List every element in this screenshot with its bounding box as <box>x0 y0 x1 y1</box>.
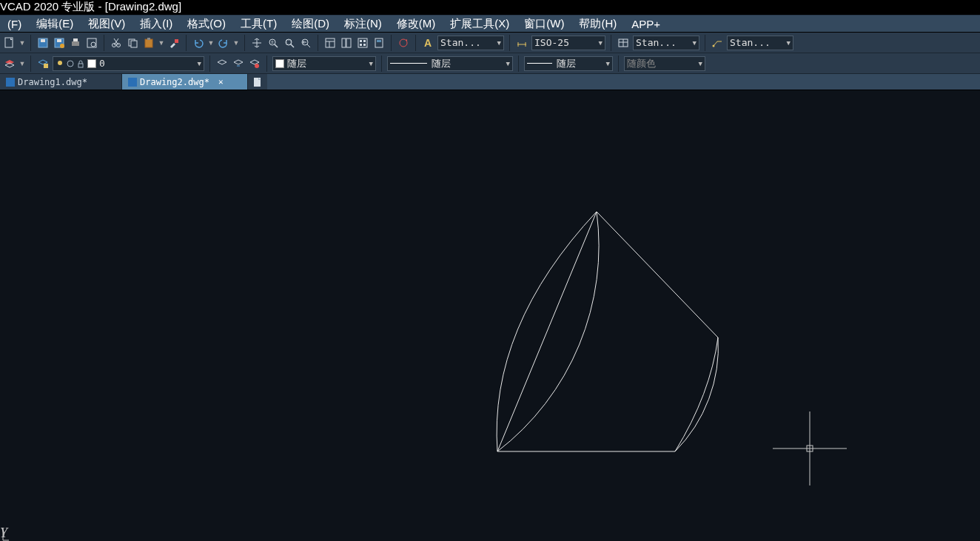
menu-ext[interactable]: 扩展工具(X) <box>443 16 517 33</box>
plotstyle-dropdown[interactable]: 随颜色 ▼ <box>624 56 705 71</box>
svg-rect-34 <box>360 44 362 46</box>
svg-rect-15 <box>131 41 137 47</box>
dropdown-arrow-icon[interactable]: ▼ <box>18 35 27 51</box>
color-swatch <box>275 59 284 68</box>
table-style-icon[interactable] <box>615 35 631 51</box>
layer-name: 0 <box>99 58 105 69</box>
menu-draw[interactable]: 绘图(D) <box>284 16 337 33</box>
paste-icon[interactable] <box>141 35 157 51</box>
plotstyle-value: 随颜色 <box>627 57 656 70</box>
pan-icon[interactable] <box>249 35 265 51</box>
zoom-realtime-icon[interactable]: ± <box>265 35 281 51</box>
layer-dropdown[interactable]: 0 ▼ <box>53 56 204 71</box>
color-value: 随层 <box>287 57 306 70</box>
dim-style-value: ISO-25 <box>534 37 569 48</box>
tab-label: Drawing1.dwg* <box>18 77 87 87</box>
dropdown-arrow-icon[interactable]: ▼ <box>207 35 215 51</box>
layer-prev-icon[interactable] <box>214 56 230 72</box>
redo-icon[interactable] <box>215 35 232 51</box>
lock-icon <box>76 59 85 68</box>
chevron-down-icon: ▼ <box>690 39 697 47</box>
new-doc-icon <box>252 77 263 87</box>
properties-icon[interactable] <box>322 35 338 51</box>
linetype-dropdown[interactable]: 随层 ▼ <box>387 56 513 71</box>
menu-edit[interactable]: 编辑(E) <box>29 16 81 33</box>
svg-line-53 <box>497 212 597 451</box>
svg-point-50 <box>255 64 259 68</box>
ml-style-value: Stan... <box>730 37 771 48</box>
cut-icon[interactable] <box>108 35 124 51</box>
layer-color-swatch <box>87 59 96 68</box>
chevron-down-icon: ▼ <box>503 60 510 67</box>
print-icon[interactable] <box>67 35 84 51</box>
close-icon[interactable]: ✕ <box>218 77 224 87</box>
svg-rect-4 <box>57 39 61 42</box>
svg-line-54 <box>597 212 718 337</box>
ml-style-dropdown[interactable]: Stan... ▼ <box>727 36 793 50</box>
lineweight-dropdown[interactable]: 随层 ▼ <box>524 56 613 71</box>
dropdown-arrow-icon[interactable]: ▼ <box>232 35 241 51</box>
layer-make-current-icon[interactable] <box>230 56 246 72</box>
svg-text:±: ± <box>271 39 274 44</box>
layer-mgr-icon[interactable] <box>1 56 18 72</box>
svg-rect-32 <box>360 40 362 42</box>
calc-icon[interactable] <box>371 35 387 51</box>
copy-icon[interactable] <box>124 35 141 51</box>
designcenter-icon[interactable] <box>338 35 355 51</box>
new-tab-button[interactable] <box>248 74 267 90</box>
svg-rect-16 <box>145 39 152 47</box>
menu-tools[interactable]: 工具(T) <box>233 16 284 33</box>
menu-insert[interactable]: 插入(I) <box>132 16 180 33</box>
layer-isolate-icon[interactable] <box>246 56 263 72</box>
text-style-value: Stan... <box>440 37 481 48</box>
linetype-value: 随层 <box>432 57 451 70</box>
dim-style-dropdown[interactable]: ISO-25 ▼ <box>531 36 605 50</box>
tab-label: Drawing2.dwg* <box>140 77 209 87</box>
menu-file[interactable]: (F) <box>0 16 29 32</box>
zoom-previous-icon[interactable] <box>298 35 314 51</box>
toolbar-row-2: ▼ 0 ▼ 随层 ▼ <box>0 53 980 74</box>
dropdown-arrow-icon[interactable]: ▼ <box>18 56 27 72</box>
color-dropdown[interactable]: 随层 ▼ <box>272 56 376 71</box>
svg-rect-33 <box>363 40 366 42</box>
document-tab[interactable]: Drawing1.dwg* <box>0 74 122 90</box>
multileader-style-icon[interactable] <box>709 35 725 51</box>
ucs-icon: Y <box>0 525 7 541</box>
layer-state-icon[interactable] <box>35 56 51 72</box>
menu-view[interactable]: 视图(V) <box>81 16 132 33</box>
menu-dim[interactable]: 标注(N) <box>337 16 389 33</box>
svg-point-48 <box>67 61 73 67</box>
lineweight-sample <box>527 63 552 64</box>
chevron-down-icon: ▼ <box>195 60 201 67</box>
chevron-down-icon: ▼ <box>784 39 791 47</box>
saveas-icon[interactable] <box>51 35 67 51</box>
drawing-canvas[interactable]: Y <box>0 90 980 541</box>
toolpalette-icon[interactable] <box>355 35 371 51</box>
menu-window[interactable]: 窗口(W) <box>517 16 571 33</box>
document-icon <box>128 78 137 87</box>
dim-style-icon[interactable] <box>514 35 530 51</box>
svg-rect-30 <box>346 38 351 47</box>
rotate-view-icon[interactable] <box>395 35 412 51</box>
svg-rect-49 <box>78 64 83 67</box>
new-icon[interactable] <box>1 35 18 51</box>
menu-help[interactable]: 帮助(H) <box>571 16 624 33</box>
zoom-window-icon[interactable] <box>281 35 298 51</box>
table-style-value: Stan... <box>636 37 677 48</box>
save-icon[interactable] <box>35 35 51 51</box>
print-preview-icon[interactable] <box>84 35 100 51</box>
menu-format[interactable]: 格式(O) <box>180 16 233 33</box>
menu-modify[interactable]: 修改(M) <box>389 16 443 33</box>
menu-app[interactable]: APP+ <box>624 16 668 32</box>
svg-line-20 <box>275 44 278 47</box>
text-style-dropdown[interactable]: Stan... ▼ <box>437 36 504 50</box>
text-style-icon[interactable]: A <box>420 35 436 51</box>
table-style-dropdown[interactable]: Stan... ▼ <box>633 36 699 50</box>
match-prop-icon[interactable] <box>166 35 182 51</box>
chevron-down-icon: ▼ <box>596 39 603 47</box>
dropdown-arrow-icon[interactable]: ▼ <box>157 35 166 51</box>
document-icon <box>6 78 15 87</box>
svg-rect-35 <box>363 44 366 46</box>
undo-icon[interactable] <box>190 35 207 51</box>
document-tab-active[interactable]: Drawing2.dwg* ✕ <box>122 74 248 90</box>
